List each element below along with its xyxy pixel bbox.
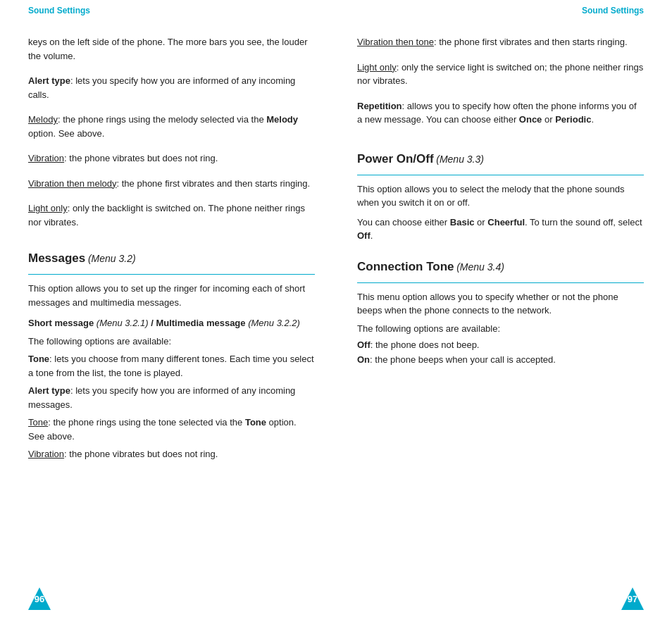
repetition-or: or bbox=[542, 114, 555, 125]
vibration-melody-para: Vibration then melody: the phone first v… bbox=[28, 177, 315, 191]
page-number-right: 97 bbox=[621, 587, 644, 610]
right-column: Vibration then tone: the phone first vib… bbox=[336, 21, 672, 580]
vibration-para: Vibration: the phone vibrates but does n… bbox=[28, 151, 315, 166]
header-left-title: Sound Settings bbox=[28, 6, 90, 15]
repetition-label: Repetition bbox=[357, 101, 402, 111]
off-text: : the phone does not beep. bbox=[371, 339, 480, 350]
header: Sound Settings Sound Settings bbox=[0, 0, 672, 21]
light-only2-block: Light only: only the service light is sw… bbox=[357, 61, 644, 92]
melody-text2: option. See above. bbox=[28, 128, 104, 139]
short-message-section: Short message (Menu 3.2.1) / Multimedia … bbox=[28, 316, 315, 466]
tone2-text: : the phone rings using the tone selecte… bbox=[48, 417, 245, 428]
vibration-text: : the phone vibrates but does not ring. bbox=[64, 153, 218, 163]
power-basic: Basic bbox=[450, 217, 475, 228]
page-number-left: 96 bbox=[28, 587, 51, 610]
intro-block: keys on the left side of the phone. The … bbox=[28, 35, 315, 67]
messages-section: Messages (Menu 3.2) This option allows y… bbox=[28, 251, 315, 316]
light-only-block: Light only: only the backlight is switch… bbox=[28, 201, 315, 233]
off-label: Off bbox=[357, 339, 371, 350]
vibration-melody-term: Vibration then melody bbox=[28, 178, 117, 189]
vibration-tone-text: : the phone first vibrates and then star… bbox=[434, 37, 628, 47]
connection-options: The following options are available: bbox=[357, 323, 644, 334]
messages-intro: This option allows you to set up the rin… bbox=[28, 282, 315, 309]
connection-intro: This menu option allows you to specify w… bbox=[357, 290, 644, 318]
melody-term: Melody bbox=[28, 114, 58, 125]
power-cheerful: Cheerful bbox=[487, 217, 525, 228]
vibration-melody-block: Vibration then melody: the phone first v… bbox=[28, 177, 315, 195]
repetition-periodic: Periodic bbox=[555, 114, 591, 125]
vibration-melody-text: : the phone first vibrates and then star… bbox=[117, 178, 311, 189]
power-section: Power On/Off (Menu 3.3) This option allo… bbox=[357, 152, 644, 243]
light-only2-text: : only the service light is switched on;… bbox=[357, 62, 643, 87]
alert-type2-para: Alert type: lets you specify how you are… bbox=[28, 384, 315, 411]
tone2-bold: Tone bbox=[245, 417, 266, 428]
tone-text: : lets you choose from many different to… bbox=[28, 354, 314, 378]
options-intro: The following options are available: bbox=[28, 335, 315, 349]
vibration2-para: Vibration: the phone vibrates but does n… bbox=[28, 447, 315, 461]
short-msg-heading: Short message (Menu 3.2.1) / Multimedia … bbox=[28, 316, 315, 330]
vibration2-term: Vibration bbox=[28, 449, 64, 459]
on-label: On bbox=[357, 354, 370, 365]
power-or: or bbox=[475, 217, 488, 228]
tone2-para: Tone: the phone rings using the tone sel… bbox=[28, 416, 315, 443]
messages-title-row: Messages (Menu 3.2) bbox=[28, 251, 315, 266]
power-divider bbox=[357, 175, 644, 175]
off-para: Off: the phone does not beep. bbox=[357, 339, 644, 350]
vibration-tone-para: Vibration then tone: the phone first vib… bbox=[357, 35, 644, 49]
light-only-term: Light only bbox=[28, 203, 68, 213]
left-column: keys on the left side of the phone. The … bbox=[0, 21, 336, 580]
connection-divider bbox=[357, 282, 644, 283]
tone-label: Tone bbox=[28, 354, 49, 364]
messages-menu: (Menu 3.2) bbox=[88, 253, 136, 264]
light-only2-term: Light only bbox=[357, 62, 397, 73]
on-text: : the phone beeps when your call is acce… bbox=[370, 354, 556, 365]
vibration-tone-term: Vibration then tone bbox=[357, 37, 434, 47]
power-off: Off bbox=[357, 230, 371, 241]
light-only-para: Light only: only the backlight is switch… bbox=[28, 201, 315, 229]
melody-para: Melody: the phone rings using the melody… bbox=[28, 113, 315, 140]
connection-title-row: Connection Tone (Menu 3.4) bbox=[357, 260, 644, 274]
vibration-term: Vibration bbox=[28, 153, 64, 163]
repetition-end: . bbox=[591, 114, 594, 125]
messages-heading: Messages bbox=[28, 251, 85, 265]
tone-para: Tone: lets you choose from many differen… bbox=[28, 352, 315, 380]
melody-bold: Melody bbox=[266, 114, 298, 125]
melody-block: Melody: the phone rings using the melody… bbox=[28, 113, 315, 144]
tone2-term: Tone bbox=[28, 417, 48, 428]
vibration-block: Vibration: the phone vibrates but does n… bbox=[28, 151, 315, 170]
power-text2: . To turn the sound off, select bbox=[525, 217, 642, 228]
power-menu: (Menu 3.3) bbox=[436, 154, 484, 165]
light-only-text: : only the backlight is switched on. The… bbox=[28, 203, 305, 228]
repetition-once: Once bbox=[519, 114, 542, 125]
alert-type-block: Alert type: lets you specify how you are… bbox=[28, 74, 315, 106]
power-end: . bbox=[371, 230, 373, 241]
alert-type-para: Alert type: lets you specify how you are… bbox=[28, 74, 315, 101]
intro-text: keys on the left side of the phone. The … bbox=[28, 35, 315, 63]
melody-text: : the phone rings using the melody selec… bbox=[58, 114, 266, 125]
connection-section: Connection Tone (Menu 3.4) This menu opt… bbox=[357, 260, 644, 365]
repetition-block: Repetition: allows you to specify how of… bbox=[357, 99, 644, 131]
messages-divider bbox=[28, 274, 315, 275]
vibration-tone-block: Vibration then tone: the phone first vib… bbox=[357, 35, 644, 54]
repetition-para: Repetition: allows you to specify how of… bbox=[357, 99, 644, 127]
vibration2-text: : the phone vibrates but does not ring. bbox=[64, 449, 218, 459]
power-intro: This option allows you to select the mel… bbox=[357, 182, 644, 210]
power-title-row: Power On/Off (Menu 3.3) bbox=[357, 152, 644, 166]
footer: 96 97 bbox=[0, 580, 672, 617]
power-heading: Power On/Off bbox=[357, 152, 434, 166]
on-para: On: the phone beeps when your call is ac… bbox=[357, 354, 644, 365]
power-para: You can choose either Basic or Cheerful.… bbox=[357, 216, 644, 243]
connection-heading: Connection Tone bbox=[357, 260, 454, 273]
header-right-title: Sound Settings bbox=[582, 6, 644, 15]
power-text: You can choose either bbox=[357, 217, 450, 228]
connection-menu: (Menu 3.4) bbox=[456, 261, 504, 273]
light-only2-para: Light only: only the service light is sw… bbox=[357, 61, 644, 88]
alert-type-label: Alert type bbox=[28, 75, 70, 86]
alert-type2-label: Alert type bbox=[28, 385, 70, 396]
